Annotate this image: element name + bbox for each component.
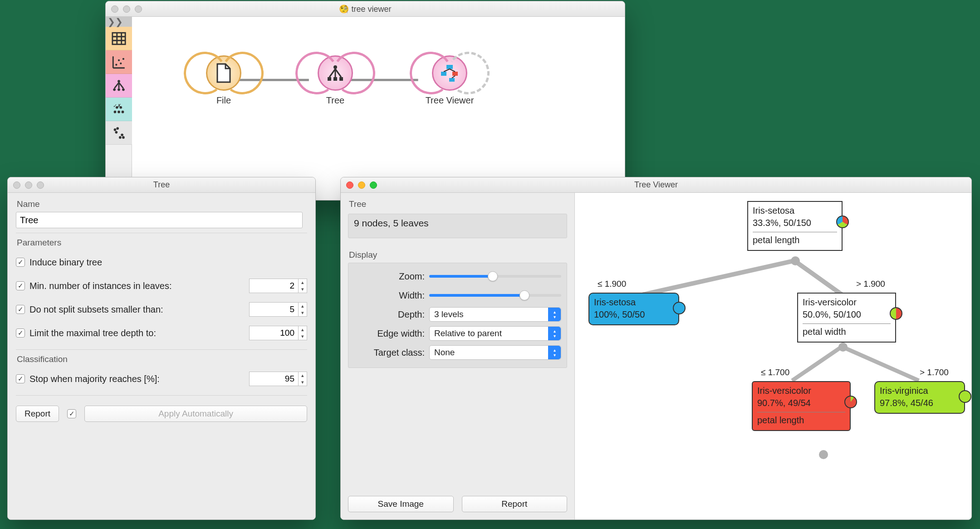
- tree-diagram[interactable]: Iris-setosa 33.3%, 50/150 petal length ≤…: [575, 193, 971, 519]
- chevron-down-icon: ▾: [299, 286, 307, 293]
- edge-label: > 1.900: [856, 279, 885, 289]
- workflow-window: 🧐 tree viewer ❯❯ ✓✗: [105, 1, 625, 201]
- category-model[interactable]: [106, 74, 132, 98]
- node-label: Tree Viewer: [409, 95, 490, 106]
- node-label: Tree: [304, 95, 367, 106]
- depth-label: Depth:: [354, 309, 425, 320]
- target-class-label: Target class:: [354, 348, 425, 358]
- svg-line-48: [792, 347, 842, 381]
- min-instances-stepper[interactable]: ▴▾: [249, 278, 307, 294]
- tree-node-mid[interactable]: Iris-versicolor 50.0%, 50/100 petal widt…: [797, 293, 896, 343]
- width-label: Width:: [354, 290, 425, 301]
- svg-point-10: [122, 58, 124, 59]
- svg-point-21: [122, 110, 124, 113]
- pie-badge-icon: [836, 216, 849, 228]
- svg-point-9: [120, 62, 122, 64]
- workflow-canvas[interactable]: File Tree: [142, 17, 625, 200]
- tree-joint-icon: [791, 256, 800, 265]
- tree-node-leaf-setosa[interactable]: Iris-setosa 100%, 50/50: [588, 293, 679, 325]
- zoom-slider[interactable]: [429, 275, 561, 278]
- close-icon[interactable]: [346, 181, 353, 189]
- edge-label: > 1.700: [920, 367, 949, 377]
- svg-point-12: [113, 88, 116, 91]
- category-data[interactable]: [106, 27, 132, 50]
- svg-point-14: [122, 88, 125, 91]
- tree-info-label: Tree: [349, 199, 567, 209]
- max-depth-stepper[interactable]: ▴▾: [249, 325, 307, 341]
- svg-point-11: [118, 80, 120, 83]
- chevron-up-icon: ▴: [299, 279, 307, 286]
- auto-apply-checkbox[interactable]: ✓: [67, 409, 76, 418]
- node-tree-viewer[interactable]: Tree Viewer: [409, 55, 490, 106]
- node-file[interactable]: File: [192, 55, 255, 106]
- svg-point-8: [118, 59, 120, 61]
- svg-point-27: [121, 133, 123, 136]
- app-icon: 🧐: [339, 5, 349, 14]
- svg-line-49: [842, 347, 919, 381]
- node-label: File: [192, 95, 255, 106]
- tree-node-virginica[interactable]: Iris-virginica 97.8%, 45/46: [874, 381, 965, 414]
- viewer-report-button[interactable]: Report: [462, 496, 568, 512]
- node-tree[interactable]: Tree: [304, 55, 367, 106]
- no-split-stepper[interactable]: ▴▾: [249, 302, 307, 317]
- induce-binary-checkbox[interactable]: ✓ Induce binary tree: [16, 257, 102, 268]
- svg-point-24: [114, 128, 117, 131]
- majority-checkbox[interactable]: ✓ Stop when majority reaches [%]:: [16, 374, 160, 384]
- zoom-label: Zoom:: [354, 271, 425, 282]
- category-visualize[interactable]: [106, 50, 132, 74]
- tree-node-versicolor[interactable]: Iris-versicolor 90.7%, 49/54 petal lengt…: [752, 381, 851, 431]
- parameters-section-label: Parameters: [17, 238, 307, 248]
- close-icon[interactable]: [13, 181, 20, 189]
- tree-viewer-title: Tree Viewer: [341, 180, 971, 190]
- svg-point-19: [114, 110, 117, 113]
- svg-point-23: [119, 106, 122, 108]
- tree-settings-titlebar[interactable]: Tree: [8, 177, 315, 193]
- report-button[interactable]: Report: [16, 406, 59, 422]
- width-slider[interactable]: [429, 294, 561, 297]
- category-unsupervised[interactable]: [106, 121, 132, 145]
- zoom-icon[interactable]: [37, 181, 44, 189]
- tree-info-box: 9 nodes, 5 leaves: [348, 214, 567, 238]
- min-instances-checkbox[interactable]: ✓ Min. number of instances in leaves:: [16, 281, 172, 291]
- pie-badge-icon: [844, 396, 857, 408]
- svg-line-46: [643, 261, 794, 295]
- depth-select[interactable]: 3 levels ▴▾: [429, 307, 561, 322]
- close-icon[interactable]: [111, 5, 118, 13]
- name-input[interactable]: [16, 212, 303, 228]
- edge-width-select[interactable]: Relative to parent ▴▾: [429, 326, 561, 341]
- tree-viewer-window: Tree Viewer Tree 9 nodes, 5 leaves Displ…: [340, 177, 972, 520]
- apply-automatically-button[interactable]: Apply Automatically: [84, 406, 307, 422]
- pie-badge-icon: [673, 302, 686, 314]
- display-section-label: Display: [349, 250, 567, 260]
- tree-settings-window: Tree Name Parameters ✓ Induce binary tre…: [7, 177, 316, 520]
- majority-stepper[interactable]: ▴▾: [249, 371, 307, 387]
- classification-section-label: Classification: [17, 354, 307, 364]
- save-image-button[interactable]: Save Image: [348, 496, 454, 512]
- svg-point-20: [118, 110, 120, 113]
- minimize-icon[interactable]: [25, 181, 32, 189]
- zoom-icon[interactable]: [135, 5, 142, 13]
- category-rail: ❯❯ ✓✗: [106, 17, 132, 200]
- target-class-select[interactable]: None ▴▾: [429, 345, 561, 360]
- minimize-icon[interactable]: [123, 5, 130, 13]
- category-evaluate[interactable]: ✓✗: [106, 98, 132, 121]
- no-split-checkbox[interactable]: ✓ Do not split subsets smaller than:: [16, 304, 163, 315]
- svg-point-7: [115, 64, 117, 65]
- svg-line-15: [114, 82, 119, 88]
- svg-point-26: [115, 131, 118, 133]
- zoom-icon[interactable]: [370, 181, 377, 189]
- tree-viewer-titlebar[interactable]: Tree Viewer: [341, 177, 971, 193]
- svg-point-22: [116, 106, 118, 108]
- max-depth-checkbox[interactable]: ✓ Limit the maximal tree depth to:: [16, 328, 156, 338]
- svg-point-29: [122, 136, 125, 139]
- workflow-titlebar[interactable]: 🧐 tree viewer: [106, 1, 625, 17]
- svg-point-13: [118, 88, 120, 91]
- tree-node-root[interactable]: Iris-setosa 33.3%, 50/150 petal length: [747, 201, 843, 251]
- minimize-icon[interactable]: [358, 181, 365, 189]
- expand-rail-icon[interactable]: ❯❯: [106, 17, 132, 27]
- edge-width-label: Edge width:: [354, 328, 425, 339]
- svg-line-47: [794, 261, 842, 295]
- tree-settings-title: Tree: [8, 180, 315, 190]
- tree-joint-icon: [819, 450, 828, 459]
- workflow-title: tree viewer: [351, 5, 391, 14]
